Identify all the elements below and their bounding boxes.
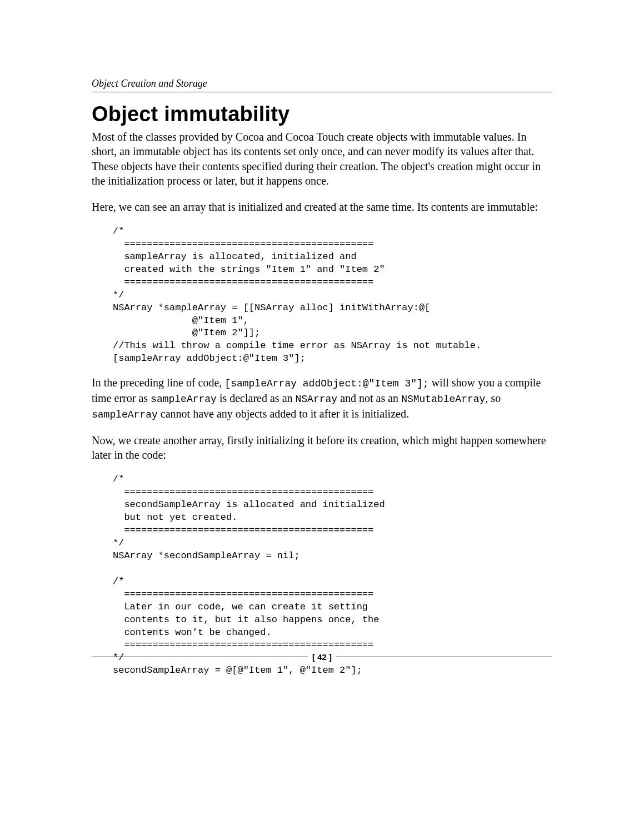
- running-header: Object Creation and Storage: [92, 78, 552, 92]
- inline-code-3: NSArray: [296, 394, 338, 405]
- inline-code-2: sampleArray: [151, 394, 217, 405]
- footer-rule-right: [336, 657, 552, 657]
- page: Object Creation and Storage Object immut…: [0, 0, 644, 834]
- footer-rule-left: [92, 657, 308, 657]
- paragraph-4: Now, we create another array, firstly in…: [92, 433, 552, 463]
- p3-text-f: cannot have any objects added to it afte…: [158, 408, 409, 420]
- inline-code-1: [sampleArray addObject:@"Item 3"];: [224, 378, 428, 389]
- p3-text-c: is declared as an: [217, 392, 296, 404]
- p3-text-e: , so: [485, 392, 501, 404]
- paragraph-1: Most of the classes provided by Cocoa an…: [92, 130, 552, 188]
- code-block-1: /* =====================================…: [113, 225, 552, 365]
- section-title: Object immutability: [92, 102, 552, 126]
- paragraph-3: In the preceding line of code, [sampleAr…: [92, 375, 552, 421]
- page-footer: [ 42 ]: [92, 652, 552, 662]
- p3-text-d: and not as an: [337, 392, 401, 404]
- page-number: [ 42 ]: [308, 652, 336, 662]
- p3-text-a: In the preceding line of code,: [92, 376, 224, 389]
- inline-code-5: sampleArray: [92, 409, 158, 420]
- paragraph-2: Here, we can see an array that is initia…: [92, 200, 552, 214]
- inline-code-4: NSMutableArray: [401, 394, 485, 405]
- code-block-2: /* =====================================…: [113, 473, 552, 677]
